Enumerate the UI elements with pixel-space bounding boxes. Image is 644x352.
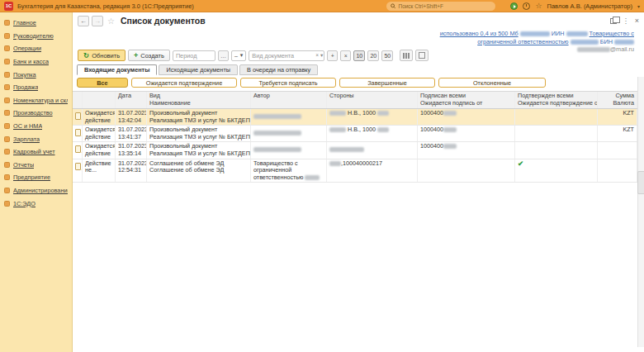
chevron-down-icon: ▾ bbox=[240, 52, 244, 59]
sidebar-item-predpriyatie[interactable]: Предприятие bbox=[4, 171, 68, 184]
page-size-20[interactable]: 20 bbox=[367, 50, 379, 61]
fullscreen-button[interactable] bbox=[415, 50, 429, 61]
status-filters: Все Ожидается подтверждение Требуется по… bbox=[73, 76, 644, 88]
clear-filter-button[interactable]: × bbox=[340, 50, 351, 61]
section-icon bbox=[4, 136, 10, 142]
refresh-button[interactable]: ↻ Обновить bbox=[78, 50, 125, 61]
sidebar-item-glavnoe[interactable]: Главное bbox=[4, 17, 68, 30]
right-panel-toggle[interactable] bbox=[637, 171, 644, 194]
redacted-text bbox=[443, 111, 457, 116]
filter-awaiting-confirmation[interactable]: Ожидается подтверждение bbox=[131, 78, 237, 88]
organization-link[interactable]: ограниченной ответственностью bbox=[477, 38, 568, 45]
document-icon bbox=[75, 145, 81, 153]
sidebar-item-kadrovyi-uchet[interactable]: Кадровый учет bbox=[4, 145, 68, 159]
period-more-button[interactable]: … bbox=[218, 50, 229, 61]
confirmed-check-icon: ✔ bbox=[518, 159, 523, 168]
columns-settings-button[interactable] bbox=[400, 50, 413, 61]
chevron-down-icon[interactable]: ▾ bbox=[637, 3, 640, 9]
cell-date: 31.07.202313:41:37 bbox=[116, 126, 147, 141]
redacted-text bbox=[329, 161, 341, 166]
header-parties[interactable]: Стороны bbox=[327, 92, 418, 108]
page-size-50[interactable]: 50 bbox=[381, 50, 393, 61]
global-search[interactable] bbox=[386, 2, 495, 11]
table-row[interactable]: Ожидается действие 31.07.202313:35:14 Пр… bbox=[73, 142, 637, 159]
cell-date: 31.07.202312:54:31 bbox=[116, 159, 147, 183]
sidebar-item-operacii[interactable]: Операции bbox=[4, 42, 68, 55]
page-size-10[interactable]: 10 bbox=[353, 50, 365, 61]
header-confirmed[interactable]: Подтвержден всеми Ожидается подтверждени… bbox=[515, 92, 598, 108]
bin-label: БИН bbox=[600, 38, 613, 45]
close-icon[interactable]: × bbox=[635, 17, 639, 25]
period-preset-select[interactable]: – ▾ bbox=[231, 50, 246, 61]
organization-link[interactable]: Товарищество с bbox=[590, 30, 634, 37]
cell-date: 31.07.202313:35:14 bbox=[116, 142, 147, 158]
search-input[interactable] bbox=[398, 3, 491, 9]
create-button[interactable]: + Создать bbox=[128, 50, 170, 61]
header-sum[interactable]: Сумма Валюта bbox=[598, 92, 637, 108]
cell-kind-name: Произвольный документ Реализация ТМЗ и у… bbox=[147, 126, 251, 141]
filter-all[interactable]: Все bbox=[77, 78, 128, 88]
cell-date: 31.07.202313:42:04 bbox=[116, 109, 147, 125]
favorites-icon[interactable]: ☆ bbox=[535, 2, 542, 10]
sidebar-item-nomenklatura[interactable]: Номенклатура и склад bbox=[4, 94, 68, 107]
redacted-text bbox=[614, 40, 634, 45]
cell-parties bbox=[327, 142, 418, 158]
filter-completed[interactable]: Завершенные bbox=[339, 78, 435, 88]
table-row[interactable]: Действие не... 31.07.202312:54:31 Соглаш… bbox=[73, 159, 637, 183]
sidebar-item-prodazha[interactable]: Продажа bbox=[4, 81, 68, 94]
sidebar-item-pokupka[interactable]: Покупка bbox=[4, 68, 68, 81]
sidebar-item-rukovoditelyu[interactable]: Руководителю bbox=[4, 30, 68, 43]
history-icon[interactable] bbox=[523, 2, 530, 10]
quota-link[interactable]: использовано 0,4 из 500 Мб bbox=[440, 30, 519, 37]
table-row[interactable]: Ожидается действие 31.07.202313:42:04 Пр… bbox=[73, 109, 637, 126]
forward-button[interactable]: → bbox=[92, 16, 103, 26]
open-in-window-icon[interactable] bbox=[610, 18, 617, 24]
sidebar-item-administrirovanie[interactable]: Администрирование bbox=[4, 184, 68, 197]
form-titlebar: ← → ☆ Список документов ⋮ × bbox=[73, 12, 644, 29]
redacted-text bbox=[305, 175, 320, 180]
add-filter-button[interactable]: + bbox=[327, 50, 338, 61]
sidebar-item-os-i-nma[interactable]: ОС и НМА bbox=[4, 120, 68, 133]
period-input[interactable] bbox=[173, 50, 215, 61]
sidebar-item-otchety[interactable]: Отчеты bbox=[4, 159, 68, 172]
redacted-text bbox=[571, 40, 599, 45]
header-date[interactable]: Дата bbox=[116, 92, 147, 108]
sidebar-item-1c-edo[interactable]: 1С:ЭДО bbox=[4, 197, 68, 210]
header-signed[interactable]: Подписан всеми Ожидается подпись от bbox=[418, 92, 515, 108]
sidebar-item-zarplata[interactable]: Зарплата bbox=[4, 132, 68, 145]
redacted-text bbox=[253, 131, 301, 136]
cell-currency: KZT bbox=[598, 109, 637, 125]
cell-status: Ожидается действие bbox=[83, 126, 116, 141]
filter-rejected[interactable]: Отклоненные bbox=[438, 78, 546, 88]
clear-icon[interactable]: × bbox=[315, 52, 319, 59]
current-user[interactable]: Павлов А.В. (Администратор) bbox=[547, 2, 632, 10]
filter-needs-signature[interactable]: Требуется подписать bbox=[240, 78, 336, 88]
more-icon[interactable]: ⋮ bbox=[623, 17, 629, 25]
document-icon bbox=[75, 112, 81, 120]
tab-outgoing[interactable]: Исходящие документы bbox=[159, 64, 238, 75]
header-kind-name[interactable]: Вид Наименование bbox=[147, 92, 251, 108]
section-icon bbox=[4, 84, 10, 90]
doc-type-input[interactable] bbox=[249, 50, 324, 61]
tab-incoming[interactable]: Входящие документы bbox=[77, 64, 157, 75]
user-email: @mail.ru bbox=[610, 45, 634, 53]
cell-status: Ожидается действие bbox=[83, 109, 116, 125]
cell-author bbox=[251, 109, 327, 125]
tab-send-queue[interactable]: В очереди на отправку bbox=[239, 64, 318, 75]
sidebar-item-proizvodstvo[interactable]: Производство bbox=[4, 107, 68, 120]
discussions-icon[interactable] bbox=[510, 2, 518, 10]
cell-author bbox=[251, 142, 327, 158]
cell-signed: 1000400 bbox=[418, 126, 515, 141]
back-button[interactable]: ← bbox=[78, 16, 89, 26]
redacted-text bbox=[566, 31, 588, 36]
cell-signed: 1000400 bbox=[418, 109, 515, 125]
cell-parties: Н.В., 1000 bbox=[327, 109, 418, 125]
sidebar-item-bank-i-kassa[interactable]: Банк и касса bbox=[4, 55, 68, 69]
table-header[interactable]: Дата Вид Наименование Автор Стороны Подп… bbox=[73, 92, 637, 109]
chevron-down-icon[interactable]: ▾ bbox=[320, 52, 323, 59]
header-author[interactable]: Автор bbox=[251, 92, 327, 108]
section-icon bbox=[4, 20, 10, 26]
add-favorite-icon[interactable]: ☆ bbox=[107, 17, 115, 26]
table-row[interactable]: Ожидается действие 31.07.202313:41:37 Пр… bbox=[73, 126, 637, 142]
section-icon bbox=[4, 201, 10, 207]
